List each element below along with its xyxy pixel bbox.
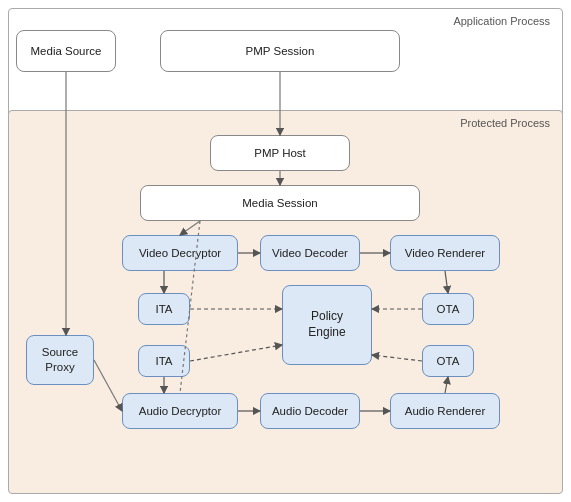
ita-top-box: ITA: [138, 293, 190, 325]
audio-decryptor-box: Audio Decryptor: [122, 393, 238, 429]
pmp-host-box: PMP Host: [210, 135, 350, 171]
video-decryptor-box: Video Decryptor: [122, 235, 238, 271]
policy-engine-box: Policy Engine: [282, 285, 372, 365]
ota-bottom-box: OTA: [422, 345, 474, 377]
audio-decoder-box: Audio Decoder: [260, 393, 360, 429]
diagram: Application Process Protected Process Me…: [0, 0, 571, 502]
ita-bottom-box: ITA: [138, 345, 190, 377]
app-process-label: Application Process: [453, 15, 550, 27]
ota-top-box: OTA: [422, 293, 474, 325]
protected-process-label: Protected Process: [460, 117, 550, 129]
media-source-box: Media Source: [16, 30, 116, 72]
media-session-box: Media Session: [140, 185, 420, 221]
video-decoder-box: Video Decoder: [260, 235, 360, 271]
source-proxy-box: Source Proxy: [26, 335, 94, 385]
audio-renderer-box: Audio Renderer: [390, 393, 500, 429]
pmp-session-box: PMP Session: [160, 30, 400, 72]
video-renderer-box: Video Renderer: [390, 235, 500, 271]
